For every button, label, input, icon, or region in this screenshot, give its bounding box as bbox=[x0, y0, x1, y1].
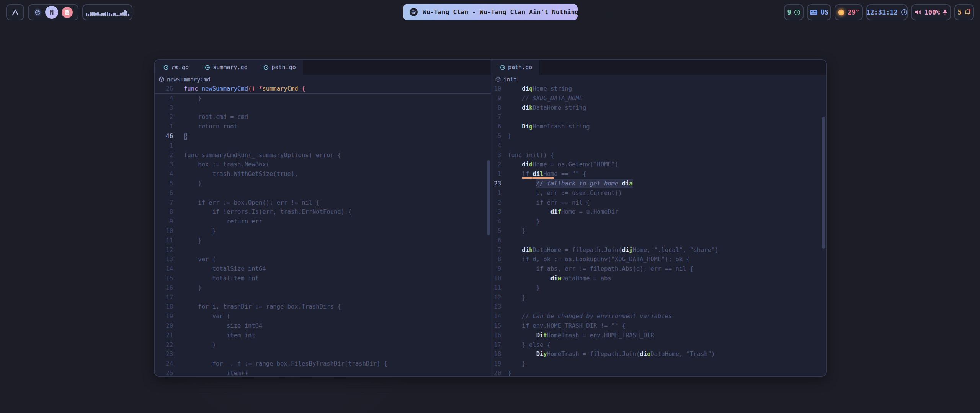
tab-rm.go[interactable]: rm.go bbox=[155, 60, 196, 75]
code-line[interactable]: 4 } bbox=[491, 217, 826, 226]
code-line[interactable]: 22 ) bbox=[155, 340, 491, 350]
code-line[interactable]: 6 bbox=[155, 189, 491, 198]
audio-widget[interactable]: 100% bbox=[911, 4, 951, 20]
code-text: } bbox=[501, 293, 826, 302]
visualizer-bar bbox=[114, 13, 116, 16]
code-line[interactable]: 8 if d, ok := os.LookupEnv("XDG_DATA_HOM… bbox=[491, 255, 826, 264]
code-line[interactable]: 10 } bbox=[155, 226, 491, 236]
right-code-area[interactable]: 10 diqHome string9 // $XDG_DATA_HOME8 di… bbox=[491, 84, 826, 376]
code-line[interactable]: 7 bbox=[491, 112, 826, 122]
line-number: 23 bbox=[155, 350, 173, 359]
code-line[interactable]: 11 } bbox=[491, 283, 826, 293]
tab-path.go[interactable]: path.go bbox=[491, 60, 539, 75]
code-line[interactable]: 5 ) bbox=[155, 179, 491, 189]
line-number: 26 bbox=[155, 84, 173, 93]
code-line[interactable]: 10 diqHome string bbox=[491, 84, 826, 94]
left-code-area[interactable]: 26func newSummaryCmd() *summaryCmd {4 }3… bbox=[155, 84, 491, 376]
browser-icon[interactable] bbox=[34, 8, 42, 16]
code-line[interactable]: 9 if abs, err := filepath.Abs(d); err ==… bbox=[491, 264, 826, 274]
code-line[interactable]: 3func init() { bbox=[491, 151, 826, 160]
flash-underline bbox=[532, 177, 554, 179]
code-line[interactable]: 4 bbox=[491, 141, 826, 151]
code-line[interactable]: 6 bbox=[491, 236, 826, 246]
go-file-icon bbox=[498, 65, 505, 70]
code-line[interactable]: 20} bbox=[491, 369, 826, 376]
tab-summary.go[interactable]: summary.go bbox=[196, 60, 255, 75]
code-line[interactable]: 1 if dilHome == "" { bbox=[491, 169, 826, 179]
code-line[interactable]: 21 item int bbox=[155, 331, 491, 340]
code-line[interactable]: 4 trash.WithGetSize(true), bbox=[155, 169, 491, 179]
code-text: // fallback to get home dia bbox=[501, 179, 826, 189]
code-line[interactable]: 18 DiyHomeTrash = filepath.Join(dioDataH… bbox=[491, 350, 826, 359]
keyboard-icon bbox=[810, 10, 818, 15]
updates-widget[interactable]: 9 bbox=[784, 4, 804, 20]
keyboard-layout-widget[interactable]: US bbox=[807, 4, 831, 20]
code-line[interactable]: 3 box := trash.NewBox( bbox=[155, 160, 491, 169]
files-icon[interactable] bbox=[62, 7, 73, 18]
code-line[interactable]: 23 // fallback to get home dia bbox=[491, 179, 826, 189]
code-line[interactable]: 24 for _, f := range box.FilesByTrashDir… bbox=[155, 359, 491, 369]
code-line[interactable]: 3 difHome = u.HomeDir bbox=[491, 207, 826, 217]
tab-path.go[interactable]: path.go bbox=[255, 60, 303, 75]
code-line[interactable]: 18 for i, trashDir := range box.TrashDir… bbox=[155, 302, 491, 312]
visualizer-bar bbox=[103, 13, 105, 16]
code-line[interactable]: 2 if err == nil { bbox=[491, 198, 826, 208]
code-line[interactable]: 7 dihDataHome = filepath.Join(dijHome, "… bbox=[491, 246, 826, 255]
code-line[interactable]: 1 return root bbox=[155, 122, 491, 132]
line-number: 7 bbox=[155, 198, 173, 208]
code-line[interactable]: 3 bbox=[155, 103, 491, 113]
right-scrollbar[interactable] bbox=[822, 117, 825, 249]
code-line[interactable]: 14 totalSize int64 bbox=[155, 264, 491, 274]
code-line[interactable]: 1 bbox=[155, 141, 491, 151]
code-line[interactable]: 9 return err bbox=[155, 217, 491, 226]
code-line[interactable]: 1 u, err := user.Current() bbox=[491, 189, 826, 198]
code-line[interactable]: 19 } bbox=[491, 359, 826, 369]
code-line[interactable]: 12 bbox=[155, 246, 491, 255]
code-line[interactable]: 16 ) bbox=[155, 283, 491, 293]
code-line[interactable]: 15 totalItem int bbox=[155, 274, 491, 283]
code-line[interactable]: 13 var ( bbox=[155, 255, 491, 264]
code-line[interactable]: 5) bbox=[491, 132, 826, 141]
code-line[interactable]: 14 // Can be changed by environment vari… bbox=[491, 312, 826, 321]
code-text: if !errors.Is(err, trash.ErrNotFound) { bbox=[173, 207, 491, 217]
code-line[interactable]: 12 } bbox=[491, 293, 826, 302]
code-line[interactable]: 4 } bbox=[155, 94, 491, 103]
breadcrumb-symbol: newSummaryCmd bbox=[167, 76, 211, 83]
code-line[interactable]: 2func summaryCmdRun(_ summaryOptions) er… bbox=[155, 151, 491, 160]
code-line[interactable]: 20 size int64 bbox=[155, 321, 491, 331]
now-playing-widget[interactable]: Wu-Tang Clan - Wu-Tang Clan Ain't Nuthin… bbox=[403, 4, 578, 20]
code-line[interactable]: 10 diwDataHome = abs bbox=[491, 274, 826, 283]
flash-underline bbox=[522, 177, 532, 179]
code-line[interactable]: 7 if err := box.Open(); err != nil { bbox=[155, 198, 491, 208]
app-launcher-button[interactable] bbox=[6, 4, 24, 20]
code-line[interactable]: 25 item++ bbox=[155, 369, 491, 376]
code-line[interactable]: 16 DitHomeTrash = env.HOME_TRASH_DIR bbox=[491, 331, 826, 340]
code-line[interactable]: 2 didHome = os.Getenv("HOME") bbox=[491, 160, 826, 169]
line-number: 6 bbox=[491, 236, 501, 246]
code-text: } bbox=[501, 369, 826, 376]
left-scrollbar[interactable] bbox=[487, 160, 490, 235]
code-line[interactable]: 17 } else { bbox=[491, 340, 826, 350]
editor-window: rm.gosummary.gopath.go newSummaryCmd 26f… bbox=[154, 59, 827, 377]
code-line[interactable]: 2 root.cmd = cmd bbox=[155, 112, 491, 122]
code-line[interactable]: 19 var ( bbox=[155, 312, 491, 321]
weather-widget[interactable]: 29° bbox=[835, 4, 863, 20]
notifications-widget[interactable]: 5 bbox=[954, 4, 974, 20]
code-line[interactable]: 9 // $XDG_DATA_HOME bbox=[491, 94, 826, 103]
code-line[interactable]: 23 bbox=[155, 350, 491, 359]
code-line[interactable]: 17 bbox=[155, 293, 491, 302]
line-number: 15 bbox=[155, 274, 173, 283]
code-line[interactable]: 8 if !errors.Is(err, trash.ErrNotFound) … bbox=[155, 207, 491, 217]
code-text: box := trash.NewBox( bbox=[173, 160, 491, 169]
code-line[interactable]: 8 dikDataHome string bbox=[491, 103, 826, 113]
code-line[interactable]: 46} bbox=[155, 132, 491, 141]
code-line[interactable]: 5 } bbox=[491, 226, 826, 236]
code-line[interactable]: 11 } bbox=[155, 236, 491, 246]
code-line[interactable]: 26func newSummaryCmd() *summaryCmd { bbox=[155, 84, 491, 94]
code-line[interactable]: 6 DigHomeTrash string bbox=[491, 122, 826, 132]
visualizer-bar bbox=[124, 10, 126, 16]
code-line[interactable]: 15 if env.HOME_TRASH_DIR != "" { bbox=[491, 321, 826, 331]
clock-widget[interactable]: 12:31:12 bbox=[866, 4, 908, 20]
neovim-icon[interactable]: N bbox=[45, 6, 58, 19]
code-line[interactable]: 13 bbox=[491, 302, 826, 312]
